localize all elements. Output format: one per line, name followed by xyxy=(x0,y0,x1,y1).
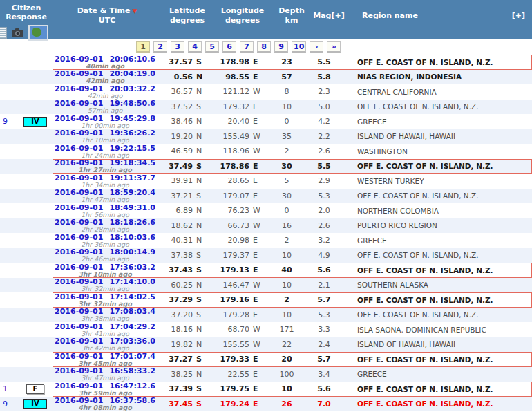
event-datetime-link[interactable]: 2016-09-0118:00:14.9 2hr 46min ago xyxy=(53,249,157,263)
event-datetime-link[interactable]: 2016-09-0117:36:03.2 3hr 10min ago xyxy=(53,263,157,277)
event-row-zone: 2016-09-0117:14:02.5 3hr 32min ago 37.29… xyxy=(53,292,532,308)
column-header-datetime[interactable]: Date & Time▼ UTC xyxy=(53,0,162,39)
magnitude-value: 5.8 xyxy=(306,71,342,84)
event-datetime-link[interactable]: 2016-09-0118:10:03.6 2hr 36min ago xyxy=(53,234,157,247)
latitude-direction: N xyxy=(193,174,208,188)
region-name: OFF E. COAST OF N. ISLAND, N.Z. xyxy=(342,263,531,277)
event-datetime-link[interactable]: 2016-09-0116:37:58.6 4hr 08min ago xyxy=(53,397,157,411)
latitude-direction: N xyxy=(193,234,208,247)
event-datetime-link[interactable]: 2016-09-0117:14:10.0 3hr 32min ago xyxy=(53,279,157,292)
longitude-direction: E xyxy=(249,397,267,411)
map-thumbnail-icon[interactable] xyxy=(28,25,48,41)
intensity-badge[interactable]: IV xyxy=(23,399,47,409)
latitude-direction: N xyxy=(193,338,208,352)
event-datetime-link[interactable]: 2016-09-0117:14:02.5 3hr 32min ago xyxy=(53,293,157,307)
responses-count xyxy=(0,70,18,85)
event-datetime-link[interactable]: 2016-09-0120:03:32.2 42min ago xyxy=(53,85,157,99)
list-icon[interactable] xyxy=(0,27,7,39)
column-header-magnitude[interactable]: Mag[+] xyxy=(311,0,347,39)
camera-icon[interactable] xyxy=(12,28,23,37)
event-datetime-link[interactable]: 2016-09-0119:36:26.2 1hr 10min ago xyxy=(53,130,157,144)
longitude-value: 179.37 xyxy=(208,249,249,263)
event-age: 1hr 10min ago xyxy=(81,137,129,143)
citizen-response-label: Citizen Response xyxy=(0,0,53,21)
depth-value: 0 xyxy=(267,204,306,218)
longitude-direction: E xyxy=(249,382,267,396)
page-button-3[interactable]: 3 xyxy=(171,41,184,53)
magnitude-value: 5.7 xyxy=(306,293,342,307)
event-datetime-link[interactable]: 2016-09-0119:48:50.6 57min ago xyxy=(53,100,157,114)
page-button-7[interactable]: 7 xyxy=(240,41,254,53)
longitude-direction: E xyxy=(249,71,267,84)
region-name: OFF E. COAST OF N. ISLAND, N.Z. xyxy=(342,308,531,322)
event-datetime-link[interactable]: 2016-09-0116:58:33.2 3hr 47min ago xyxy=(53,368,157,382)
event-age: 1hr 00min ago xyxy=(81,122,129,129)
expand-columns-button[interactable]: [+] xyxy=(502,0,532,39)
event-age: 1hr 24min ago xyxy=(81,152,129,158)
event-age: 3hr 59min ago xyxy=(78,390,132,396)
page-button-10[interactable]: 10 xyxy=(292,41,306,53)
event-datetime-link[interactable]: 2016-09-0118:49:31.0 1hr 56min ago xyxy=(53,204,157,218)
event-datetime-link[interactable]: 2016-09-0119:18:34.5 1hr 27min ago xyxy=(53,160,157,174)
latitude-direction: N xyxy=(193,368,208,382)
depth-value: 16 xyxy=(267,219,306,233)
intensity-badge[interactable]: IV xyxy=(23,117,47,127)
region-name: NORTHERN COLOMBIA xyxy=(342,204,531,218)
page-button-6[interactable]: 6 xyxy=(222,41,236,53)
page-button-9[interactable]: 9 xyxy=(274,41,288,53)
page-button-8[interactable]: 8 xyxy=(257,41,271,53)
event-datetime-link[interactable]: 2016-09-0117:03:36.0 3hr 42min ago xyxy=(53,338,157,352)
region-name: WASHINGTON xyxy=(342,144,531,158)
sort-descending-icon[interactable]: ▼ xyxy=(132,8,137,15)
event-datetime-link[interactable]: 2016-09-0116:47:12.6 3hr 59min ago xyxy=(53,382,157,396)
table-row: 2016-09-0120:04:19.0 42min ago 0.56 N 98… xyxy=(0,70,532,85)
depth-value: 10 xyxy=(267,249,306,263)
latitude-direction: N xyxy=(193,71,208,84)
longitude-direction: W xyxy=(249,338,267,352)
latitude-value: 37.20 xyxy=(157,308,193,322)
longitude-direction: W xyxy=(249,219,267,233)
event-datetime-link[interactable]: 2016-09-0118:18:26.6 2hr 28min ago xyxy=(53,219,157,233)
longitude-direction: E xyxy=(249,115,267,129)
page-button-1[interactable]: 1 xyxy=(136,41,150,53)
latitude-direction: N xyxy=(193,323,208,337)
page-button-›[interactable]: › xyxy=(310,41,323,53)
region-name: GREECE xyxy=(342,368,531,382)
page-button-4[interactable]: 4 xyxy=(188,41,202,53)
event-row-zone: 2016-09-0117:14:10.0 3hr 32min ago 60.25… xyxy=(53,278,532,293)
responses-count xyxy=(0,278,18,293)
page-button-5[interactable]: 5 xyxy=(205,41,219,53)
event-age: 40min ago xyxy=(86,63,124,69)
page-button-2[interactable]: 2 xyxy=(153,41,167,53)
table-row: 2016-09-0119:36:26.2 1hr 10min ago 19.20… xyxy=(0,129,532,144)
longitude-direction: E xyxy=(249,353,267,366)
latitude-direction: S xyxy=(193,397,208,411)
longitude-direction: E xyxy=(249,160,267,174)
event-datetime-link[interactable]: 2016-09-0119:11:37.7 1hr 34min ago xyxy=(53,174,157,188)
event-datetime-link[interactable]: 2016-09-0117:08:03.4 3hr 38min ago xyxy=(53,308,157,322)
event-datetime-link[interactable]: 2016-09-0118:59:20.4 1hr 47min ago xyxy=(53,189,157,203)
event-datetime-link[interactable]: 2016-09-0120:04:19.0 42min ago xyxy=(53,71,157,84)
event-datetime-link[interactable]: 2016-09-0117:04:29.2 3hr 41min ago xyxy=(53,323,157,337)
event-datetime-link[interactable]: 2016-09-0119:22:15.5 1hr 24min ago xyxy=(53,144,157,158)
latitude-value: 18.16 xyxy=(157,323,193,337)
table-header: Citizen Response Date & Time▼ UTC xyxy=(0,0,532,39)
longitude-value: 118.96 xyxy=(208,144,249,158)
event-age: 1hr 34min ago xyxy=(81,182,129,188)
responses-count xyxy=(0,233,18,248)
latitude-value: 60.25 xyxy=(157,279,193,292)
intensity-badge[interactable]: F xyxy=(26,384,44,394)
magnitude-value: 4.2 xyxy=(306,115,342,129)
longitude-direction: E xyxy=(249,368,267,382)
latitude-direction: N xyxy=(193,85,208,99)
event-datetime-link[interactable]: 2016-09-0117:01:07.4 3hr 45min ago xyxy=(53,353,157,366)
event-row-zone: 2016-09-0117:01:07.4 3hr 45min ago 37.27… xyxy=(53,352,532,367)
depth-value: 0 xyxy=(267,115,306,129)
event-datetime-link[interactable]: 2016-09-0119:45:29.8 1hr 00min ago xyxy=(53,115,157,129)
page-button-»[interactable]: » xyxy=(327,41,341,53)
magnitude-value: 3.2 xyxy=(306,234,342,247)
longitude-direction: W xyxy=(249,204,267,218)
responses-count: 9 xyxy=(0,114,18,129)
event-datetime-link[interactable]: 2016-09-0120:06:10.6 40min ago xyxy=(53,55,157,69)
event-age: 3hr 38min ago xyxy=(81,315,129,321)
